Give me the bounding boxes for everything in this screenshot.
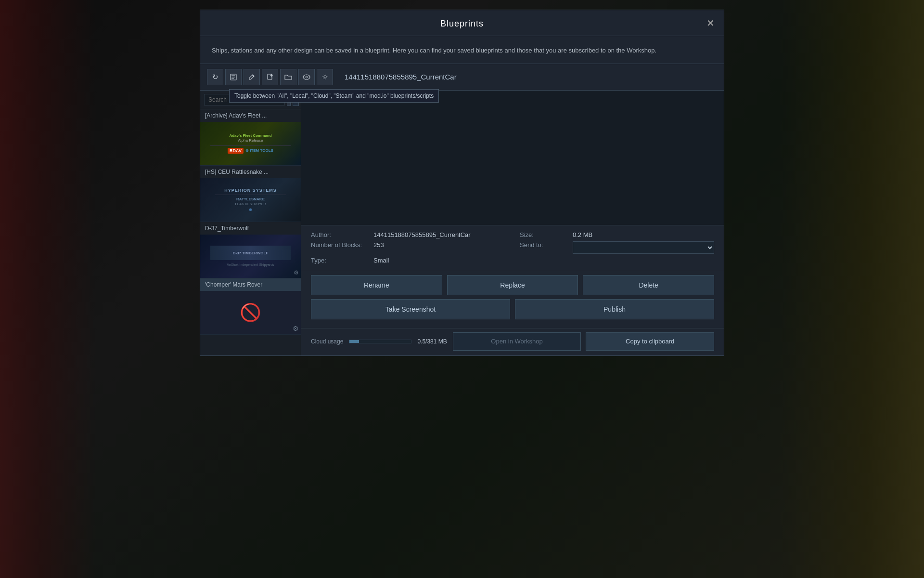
- gear-icon: [321, 73, 329, 80]
- list-item[interactable]: [Archive] Adav's Fleet ... Adav's Fleet …: [200, 109, 301, 166]
- cloud-buttons: Open in Workshop Copy to clipboard: [453, 332, 714, 351]
- take-screenshot-button[interactable]: Take Screenshot: [311, 299, 510, 319]
- secondary-buttons-row: Take Screenshot Publish: [311, 299, 714, 319]
- thumb-gear-icon: ⚙: [293, 325, 299, 332]
- eye-icon: [303, 74, 310, 80]
- info-section: Author: 144115188075855895_CurrentCar Si…: [301, 225, 724, 270]
- rename-button[interactable]: Rename: [311, 275, 442, 295]
- list-item[interactable]: 'Chomper' Mars Rover 🚫 ⚙: [200, 278, 301, 335]
- left-panel: ▾ ⊛ [Archive] Adav's Fleet ... Adav's Fl…: [200, 91, 301, 355]
- list-item-thumbnail: D-37 TIMBERWOLF VoXhok Independent Shipy…: [200, 235, 301, 278]
- send-to-dropdown[interactable]: [573, 241, 714, 254]
- copy-clipboard-button[interactable]: Copy to clipboard: [586, 332, 714, 351]
- primary-buttons-row: Rename Replace Delete: [311, 275, 714, 295]
- send-to-label: Send to:: [520, 241, 568, 254]
- cloud-bar-fill: [349, 340, 359, 343]
- settings-button[interactable]: [317, 69, 333, 85]
- dialog-description: Ships, stations and any other design can…: [200, 36, 724, 64]
- folder-icon: [284, 74, 292, 80]
- type-value: Small: [373, 257, 515, 264]
- preview-area: [301, 91, 724, 225]
- delete-button[interactable]: Delete: [583, 275, 714, 295]
- open-workshop-button[interactable]: Open in Workshop: [453, 332, 581, 351]
- refresh-button[interactable]: ↻: [207, 69, 223, 85]
- blocks-label: Number of Blocks:: [311, 241, 369, 254]
- svg-point-8: [303, 75, 310, 79]
- size-value: 0.2 MB: [573, 231, 714, 238]
- modal-overlay: Blueprints ✕ Ships, stations and any oth…: [0, 0, 924, 578]
- cloud-bar: [349, 340, 411, 343]
- send-to-row: [573, 241, 714, 254]
- right-panel: Author: 144115188075855895_CurrentCar Si…: [301, 91, 724, 355]
- replace-button[interactable]: Replace: [447, 275, 578, 295]
- list-item[interactable]: D-37_Timberwolf D-37 TIMBERWOLF VoXhok I…: [200, 222, 301, 278]
- new-button[interactable]: [262, 69, 278, 85]
- svg-point-9: [306, 76, 308, 78]
- dialog-title: Blueprints: [440, 19, 484, 28]
- list-item[interactable]: [HS] CEU Rattlesnake ... HYPERION SYSTEM…: [200, 166, 301, 222]
- blueprints-dialog: Blueprints ✕ Ships, stations and any oth…: [200, 10, 724, 356]
- type-label: Type:: [311, 257, 369, 264]
- blueprints-icon: [230, 73, 237, 81]
- new-icon: [267, 73, 274, 80]
- publish-button[interactable]: Publish: [515, 299, 714, 319]
- list-item-label: D-37_Timberwolf: [200, 222, 301, 235]
- dialog-header: Blueprints ✕: [200, 10, 724, 36]
- actions-section: Rename Replace Delete Take Screenshot Pu…: [301, 270, 724, 328]
- author-label: Author:: [311, 231, 369, 238]
- edit-icon: [248, 73, 256, 80]
- cloud-usage-value: 0.5/381 MB: [417, 338, 447, 345]
- close-button[interactable]: ✕: [704, 16, 717, 30]
- blueprints-button[interactable]: [225, 69, 242, 85]
- edit-button[interactable]: [244, 69, 260, 85]
- cloud-row: Cloud usage 0.5/381 MB Open in Workshop …: [301, 328, 724, 355]
- author-value: 144115188075855895_CurrentCar: [373, 231, 515, 238]
- selected-blueprint-name: 144115188075855895_CurrentCar: [345, 73, 457, 81]
- folder-button[interactable]: [280, 69, 296, 85]
- list-item-label: [HS] CEU Rattlesnake ...: [200, 166, 301, 178]
- toolbar-row: ↻: [200, 64, 724, 91]
- blueprint-list: [Archive] Adav's Fleet ... Adav's Fleet …: [200, 109, 301, 355]
- list-item-thumbnail: Adav's Fleet CommandAlpha Release RDAV ⊛…: [200, 122, 301, 165]
- cloud-label: Cloud usage: [311, 338, 343, 345]
- info-grid: Author: 144115188075855895_CurrentCar Si…: [311, 231, 714, 264]
- list-item-label: [Archive] Adav's Fleet ...: [200, 109, 301, 122]
- blocks-value: 253: [373, 241, 515, 254]
- main-content: ▾ ⊛ [Archive] Adav's Fleet ... Adav's Fl…: [200, 91, 724, 355]
- list-item-thumbnail: 🚫 ⚙: [200, 291, 301, 334]
- svg-point-10: [324, 76, 326, 78]
- list-item-label: 'Chomper' Mars Rover: [200, 278, 301, 291]
- view-button[interactable]: [298, 69, 315, 85]
- tooltip: Toggle between "All", "Local", "Cloud", …: [229, 89, 439, 103]
- size-label: Size:: [520, 231, 568, 238]
- list-item-thumbnail: HYPERION SYSTEMS RATTLESNAKE FLAK DESTRO…: [200, 178, 301, 222]
